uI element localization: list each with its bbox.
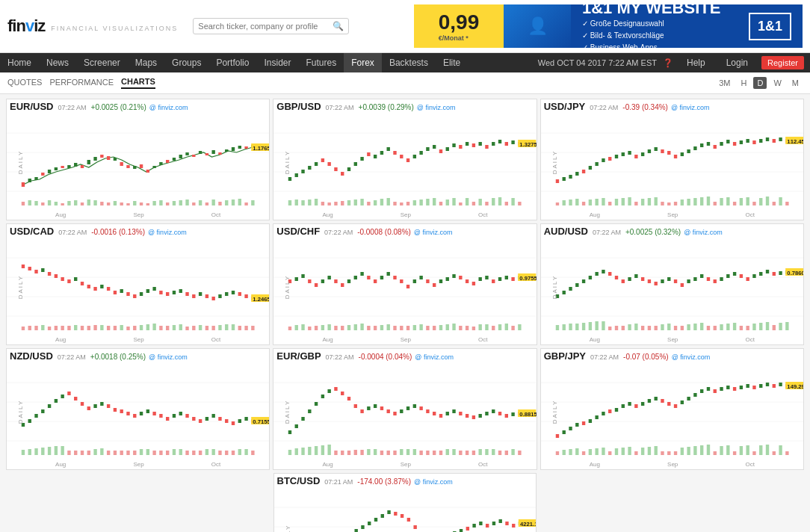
svg-rect-146: [459, 202, 462, 205]
svg-rect-365: [341, 326, 344, 330]
source-eurgbp: @ finviz.com: [415, 353, 454, 361]
chart-header-usdchf: USD/CHF 07:22 AM -0.0008 (0.08%) @ finvi…: [273, 224, 536, 238]
time-btcusd: 07:21 AM: [324, 478, 353, 486]
svg-rect-31: [192, 155, 195, 157]
svg-rect-86: [302, 170, 305, 173]
daily-label-eurusd: DAILY: [17, 150, 24, 175]
svg-rect-39: [244, 146, 247, 149]
svg-rect-275: [238, 292, 241, 296]
nav-insider[interactable]: Insider: [256, 53, 298, 72]
time-nzdusd: 07:22 AM: [58, 353, 86, 361]
svg-rect-351: [486, 276, 489, 279]
tf-d[interactable]: D: [753, 77, 767, 89]
svg-rect-513: [244, 417, 247, 421]
svg-rect-746: [485, 524, 488, 528]
register-button[interactable]: Register: [761, 56, 804, 69]
svg-rect-310: [232, 324, 235, 330]
tf-w[interactable]: W: [770, 77, 785, 89]
search-input[interactable]: [198, 22, 333, 31]
svg-rect-649: [634, 404, 637, 408]
nav-groups[interactable]: Groups: [164, 53, 208, 72]
subnav-quotes[interactable]: QUOTES: [7, 78, 42, 88]
svg-rect-266: [179, 289, 182, 293]
svg-rect-296: [140, 325, 143, 330]
svg-rect-460: [713, 326, 716, 330]
svg-rect-624: [486, 449, 489, 455]
svg-rect-676: [575, 448, 578, 455]
svg-rect-603: [347, 451, 350, 455]
svg-rect-605: [361, 450, 364, 455]
svg-rect-626: [498, 451, 501, 455]
svg-rect-12: [67, 165, 70, 168]
svg-rect-34: [211, 150, 214, 154]
svg-rect-692: [680, 448, 683, 455]
svg-rect-23: [140, 164, 143, 168]
svg-rect-292: [114, 326, 117, 330]
svg-rect-175: [634, 155, 637, 158]
svg-rect-406: [595, 272, 598, 276]
svg-rect-32: [199, 151, 202, 154]
subnav-performance[interactable]: PERFORMANCE: [49, 78, 114, 88]
svg-rect-35: [218, 152, 221, 155]
svg-rect-458: [700, 323, 703, 330]
svg-rect-367: [354, 324, 357, 330]
svg-rect-56: [120, 202, 123, 205]
svg-rect-707: [779, 445, 782, 455]
charts-row-1: EUR/USD 07:22 AM +0.0025 (0.21%) @ finvi…: [6, 99, 804, 220]
chart-body-audusd: DAILY: [541, 238, 803, 335]
tf-m[interactable]: M: [788, 77, 803, 89]
svg-rect-742: [459, 529, 462, 532]
svg-rect-386: [479, 324, 482, 330]
ad-logo: 1&1: [749, 13, 791, 40]
svg-text:1.3275: 1.3275: [520, 141, 537, 148]
svg-rect-567: [347, 397, 350, 400]
help-link[interactable]: Help: [679, 53, 713, 72]
svg-rect-151: [492, 198, 495, 205]
svg-rect-21: [126, 165, 129, 168]
svg-rect-459: [706, 326, 709, 330]
svg-rect-700: [733, 451, 736, 455]
svg-rect-743: [466, 527, 469, 531]
svg-rect-372: [387, 324, 390, 330]
svg-rect-379: [433, 326, 436, 330]
svg-rect-358: [295, 325, 298, 330]
svg-rect-300: [166, 326, 169, 330]
svg-rect-352: [492, 279, 495, 283]
symbol-btcusd: BTC/USD: [277, 475, 321, 486]
nav-elite[interactable]: Elite: [436, 53, 468, 72]
svg-rect-123: [308, 200, 311, 205]
nav-maps[interactable]: Maps: [128, 53, 164, 72]
svg-rect-316: [273, 238, 536, 335]
svg-rect-16: [93, 157, 96, 161]
svg-rect-663: [726, 386, 729, 389]
svg-rect-26: [159, 162, 162, 165]
subnav-charts[interactable]: CHARTS: [121, 77, 155, 89]
nav-news[interactable]: News: [39, 53, 76, 72]
svg-rect-293: [120, 325, 123, 330]
svg-text:1.1765: 1.1765: [253, 145, 269, 152]
search-icon[interactable]: 🔍: [333, 21, 344, 31]
svg-rect-334: [374, 279, 377, 283]
nav-portfolio[interactable]: Portfolio: [208, 53, 256, 72]
svg-rect-190: [733, 142, 736, 146]
login-link[interactable]: Login: [719, 53, 755, 72]
svg-rect-413: [641, 277, 644, 281]
svg-rect-259: [133, 294, 136, 298]
x-axis-gbpusd: Aug Sep Oct: [273, 211, 536, 220]
svg-rect-61: [152, 201, 155, 205]
nav-forex[interactable]: Forex: [344, 53, 382, 72]
nav-futures[interactable]: Futures: [299, 53, 344, 72]
svg-rect-18: [107, 156, 110, 160]
svg-rect-371: [380, 325, 383, 330]
nav-screener[interactable]: Screener: [76, 53, 128, 72]
svg-rect-102: [406, 158, 409, 162]
svg-rect-574: [394, 412, 397, 415]
tf-3m[interactable]: 3M: [715, 77, 734, 89]
nav-backtests[interactable]: Backtests: [382, 53, 436, 72]
chart-svg-usdchf: 0.9755: [273, 238, 536, 335]
tf-h[interactable]: H: [738, 77, 751, 89]
nav-home[interactable]: Home: [0, 53, 39, 72]
svg-rect-307: [211, 326, 214, 330]
svg-rect-237: [7, 238, 269, 335]
svg-rect-114: [486, 145, 489, 149]
